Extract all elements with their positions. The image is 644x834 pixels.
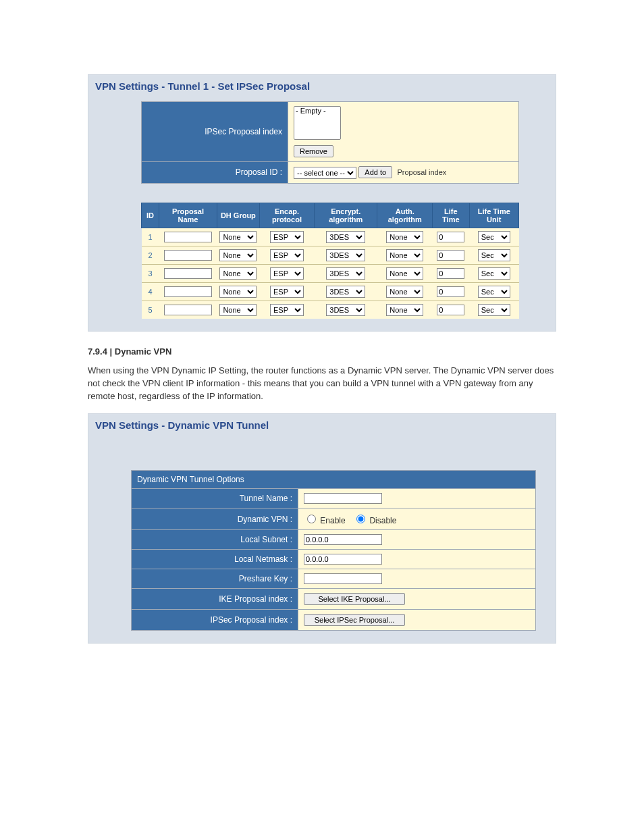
- enable-radio[interactable]: [307, 515, 316, 523]
- encap-protocol-select[interactable]: ESP: [270, 267, 304, 280]
- col-unit: Life Time Unit: [469, 203, 518, 228]
- life-time-unit-select[interactable]: Sec: [478, 267, 510, 280]
- col-dh: DH Group: [217, 203, 259, 228]
- auth-algorithm-select[interactable]: None: [386, 267, 423, 280]
- select-ike-proposal-button[interactable]: Select IKE Proposal...: [304, 593, 405, 605]
- dynamic-vpn-panel: VPN Settings - Dynamic VPN Tunnel Dynami…: [88, 413, 556, 644]
- col-name: Proposal Name: [159, 203, 217, 228]
- local-subnet-label: Local Subnet :: [132, 530, 298, 550]
- proposal-id-select[interactable]: -- select one --: [294, 167, 356, 179]
- proposal-name-input[interactable]: [164, 268, 212, 279]
- local-subnet-input[interactable]: [304, 534, 382, 545]
- dh-group-select[interactable]: None: [219, 231, 257, 243]
- ipsec-index-listbox[interactable]: - Empty -: [294, 106, 341, 140]
- table-row: 4NoneESP3DESNoneSec: [142, 282, 519, 301]
- table-row: 2NoneESP3DESNoneSec: [142, 246, 519, 264]
- life-time-unit-select[interactable]: Sec: [478, 286, 510, 298]
- col-encrypt: Encrypt. algorithm: [315, 203, 377, 228]
- enable-option[interactable]: Enable: [304, 516, 348, 525]
- auth-algorithm-select[interactable]: None: [386, 249, 423, 261]
- row-id: 5: [142, 301, 159, 319]
- enable-radio-label: Enable: [320, 516, 345, 525]
- add-to-note: Proposal index: [398, 168, 447, 176]
- life-time-input[interactable]: [437, 250, 464, 261]
- panel2-title: VPN Settings - Dynamic VPN Tunnel: [94, 418, 550, 440]
- ipsec-proposals-table: ID Proposal Name DH Group Encap. protoco…: [141, 203, 519, 319]
- dh-group-select[interactable]: None: [219, 286, 257, 298]
- dynamic-vpn-options-table: Dynamic VPN Tunnel Options Tunnel Name :…: [131, 470, 536, 631]
- life-time-unit-select[interactable]: Sec: [478, 304, 510, 316]
- proposal-name-input[interactable]: [164, 250, 212, 261]
- col-auth: Auth. algorithm: [377, 203, 433, 228]
- life-time-input[interactable]: [437, 268, 464, 279]
- encap-protocol-select[interactable]: ESP: [270, 249, 304, 261]
- ipsec-index-label: IPSec Proposal index: [142, 102, 288, 162]
- disable-radio[interactable]: [356, 515, 365, 523]
- table-row: 3NoneESP3DESNoneSec: [142, 264, 519, 282]
- encap-protocol-select[interactable]: ESP: [270, 304, 304, 316]
- row-id: 4: [142, 282, 159, 301]
- col-life: Life Time: [433, 203, 470, 228]
- section-number: 7.9.4 |: [88, 346, 112, 357]
- options-header: Dynamic VPN Tunnel Options: [132, 471, 536, 489]
- ipsec-index-label: IPSec Proposal index :: [132, 610, 298, 631]
- proposal-id-cell: -- select one -- Add to Proposal index: [288, 162, 519, 184]
- remove-button[interactable]: Remove: [294, 145, 333, 157]
- ike-index-label: IKE Proposal index :: [132, 589, 298, 610]
- section-title: Dynamic VPN: [115, 346, 172, 357]
- col-id: ID: [142, 203, 159, 228]
- local-netmask-input[interactable]: [304, 554, 382, 565]
- encrypt-algorithm-select[interactable]: 3DES: [326, 231, 365, 243]
- dh-group-select[interactable]: None: [219, 249, 257, 261]
- local-netmask-label: Local Netmask :: [132, 550, 298, 569]
- encrypt-algorithm-select[interactable]: 3DES: [326, 267, 365, 280]
- tunnel-name-input[interactable]: [304, 493, 382, 504]
- table-row: 1NoneESP3DESNoneSec: [142, 228, 519, 246]
- disable-option[interactable]: Disable: [353, 516, 396, 525]
- auth-algorithm-select[interactable]: None: [386, 286, 423, 298]
- select-ipsec-proposal-button[interactable]: Select IPSec Proposal...: [304, 614, 405, 626]
- tunnel-name-label: Tunnel Name :: [132, 489, 298, 509]
- col-encap: Encap. protocol: [259, 203, 314, 228]
- encrypt-algorithm-select[interactable]: 3DES: [326, 286, 365, 298]
- ipsec-config-table: IPSec Proposal index - Empty - Remove Pr…: [141, 101, 519, 184]
- preshare-key-input[interactable]: [304, 573, 382, 584]
- life-time-input[interactable]: [437, 305, 464, 315]
- life-time-input[interactable]: [437, 232, 464, 242]
- dynamic-vpn-label: Dynamic VPN :: [132, 509, 298, 530]
- preshare-key-label: Preshare Key :: [132, 569, 298, 589]
- encrypt-algorithm-select[interactable]: 3DES: [326, 249, 365, 261]
- table-header-row: ID Proposal Name DH Group Encap. protoco…: [142, 203, 519, 228]
- row-id: 2: [142, 246, 159, 264]
- proposal-id-label: Proposal ID :: [142, 162, 288, 184]
- row-id: 1: [142, 228, 159, 246]
- proposal-name-input[interactable]: [164, 305, 212, 315]
- disable-radio-label: Disable: [369, 516, 396, 525]
- ipsec-index-cell: - Empty - Remove: [288, 102, 519, 162]
- proposal-name-input[interactable]: [164, 286, 212, 297]
- section-heading: 7.9.4 | Dynamic VPN: [88, 346, 556, 357]
- row-id: 3: [142, 264, 159, 282]
- dh-group-select[interactable]: None: [219, 267, 257, 280]
- table-row: 5NoneESP3DESNoneSec: [142, 301, 519, 319]
- section-body: When using the VPN Dynamic IP Setting, t…: [88, 365, 556, 403]
- ipsec-proposal-panel: VPN Settings - Tunnel 1 - Set IPSec Prop…: [88, 74, 556, 332]
- dh-group-select[interactable]: None: [219, 304, 257, 316]
- encap-protocol-select[interactable]: ESP: [270, 231, 304, 243]
- life-time-input[interactable]: [437, 286, 464, 297]
- auth-algorithm-select[interactable]: None: [386, 304, 423, 316]
- encrypt-algorithm-select[interactable]: 3DES: [326, 304, 365, 316]
- life-time-unit-select[interactable]: Sec: [478, 231, 510, 243]
- encap-protocol-select[interactable]: ESP: [270, 286, 304, 298]
- panel-title: VPN Settings - Tunnel 1 - Set IPSec Prop…: [94, 79, 550, 101]
- proposal-name-input[interactable]: [164, 232, 212, 242]
- auth-algorithm-select[interactable]: None: [386, 231, 423, 243]
- add-to-button[interactable]: Add to: [358, 166, 392, 178]
- life-time-unit-select[interactable]: Sec: [478, 249, 510, 261]
